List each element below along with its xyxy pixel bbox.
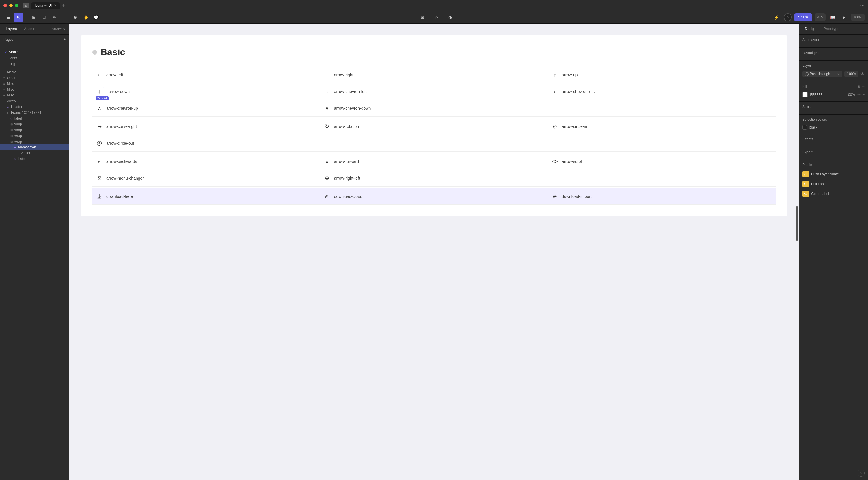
page-item-draft[interactable]: draft [0, 55, 69, 61]
layer-item-wrap-1[interactable]: ⊞ wrap [0, 121, 69, 127]
component-tool-button[interactable]: ⊕ [71, 13, 80, 22]
icon-cell-scroll[interactable]: <> arrow-scroll [548, 153, 776, 170]
layer-item-misc-3[interactable]: ≡ Misc [0, 92, 69, 98]
menu-tool-button[interactable]: ☰ [3, 13, 13, 22]
icon-cell-arrow-down[interactable]: ↓ 24 × 24 arrow-down [92, 84, 320, 100]
zoom-level[interactable]: 100% [851, 14, 865, 21]
plugin-pull-remove[interactable]: − [862, 181, 865, 186]
layer-item-misc-2[interactable]: ≡ Misc [0, 87, 69, 92]
icon-cell-download-cloud[interactable]: download-cloud [320, 188, 548, 205]
icon-cell-rotation[interactable]: ↻ arrow-rotation [320, 118, 548, 135]
stroke-filter-badge[interactable]: Stroke ∨ [52, 27, 66, 31]
layer-item-frame[interactable]: ⊞ Frame 1321317224 [0, 110, 69, 116]
selection-color-swatch[interactable] [802, 125, 807, 130]
minimize-traffic-light[interactable] [9, 4, 13, 7]
play-button[interactable]: ▶ [839, 13, 849, 22]
selection-color-item[interactable]: black [802, 124, 865, 131]
more-menu-icon[interactable]: ··· [860, 2, 865, 8]
layer-item-wrap-2[interactable]: ⊞ wrap [0, 127, 69, 133]
tab-prototype[interactable]: Prototype [820, 24, 843, 34]
layer-item-wrap-4[interactable]: ⊞ wrap [0, 139, 69, 144]
icon-cell-circle-out[interactable]: arrow-circle-out [92, 135, 320, 152]
icon-cell-chevron-left[interactable]: ‹ arrow-chevron-left [320, 84, 548, 100]
frame-title-dot [92, 50, 97, 55]
add-page-button[interactable]: + [64, 37, 66, 41]
home-icon[interactable]: ⌂ [23, 3, 29, 8]
layer-item-wrap-3[interactable]: ⊞ wrap [0, 133, 69, 139]
visibility-toggle-button[interactable]: 👁 [861, 71, 865, 76]
user-avatar[interactable]: Λ [784, 13, 792, 21]
hand-tool-button[interactable]: ✋ [81, 13, 90, 22]
shape-tool-button[interactable]: □ [39, 13, 49, 22]
plugin-push-remove[interactable]: − [862, 172, 865, 177]
icon-cell-forward[interactable]: » arrow-forward [320, 153, 548, 170]
page-item-fill[interactable]: Fill [0, 61, 69, 68]
tab-layers[interactable]: Layers [2, 24, 21, 34]
layer-item-arrow-down[interactable]: ✦ arrow-down [0, 144, 69, 150]
frame-tool-button[interactable]: ⊞ [29, 13, 38, 22]
add-layout-grid-button[interactable]: + [862, 51, 865, 55]
blend-mode-select[interactable]: ◯ Pass through ∨ [802, 71, 842, 77]
icon-cell-backwards[interactable]: « arrow-backwards [92, 153, 320, 170]
layer-item-label-component[interactable]: ◇ Label [0, 156, 69, 162]
icon-cell-chevron-down[interactable]: ∨ arrow-chevron-down [320, 100, 548, 117]
icon-cell-chevron-up[interactable]: ∧ arrow-chevron-up [92, 100, 320, 117]
plugin-item-goto[interactable]: 🏷 Go to Label − [802, 189, 865, 199]
icon-cell-menu-changer[interactable]: ⊠ arrow-menu-changer [92, 170, 320, 186]
add-stroke-button[interactable]: + [862, 104, 865, 109]
comment-tool-button[interactable]: 💬 [92, 13, 101, 22]
text-tool-button[interactable]: T [60, 13, 70, 22]
page-item-stroke[interactable]: ✓ Stroke [0, 49, 69, 55]
fill-opacity-value[interactable]: 100% [846, 93, 855, 97]
dotted-page-item[interactable]: · · · · · · · · · · · · · [0, 43, 69, 49]
pen-tool-button[interactable]: ✏ [50, 13, 59, 22]
maximize-traffic-light[interactable] [15, 4, 19, 7]
contrast-button[interactable]: ◑ [445, 13, 455, 22]
remove-fill-button[interactable]: − [863, 92, 865, 97]
grid-view-button[interactable]: ⊞ [418, 13, 427, 22]
layer-item-header[interactable]: ◇ Header [0, 104, 69, 110]
canvas-scrollbar[interactable] [796, 206, 798, 241]
new-tab-button[interactable]: + [62, 3, 65, 8]
layer-item-label[interactable]: ◇ label [0, 116, 69, 121]
icon-cell-arrow-up[interactable]: ↑ arrow-up [548, 67, 776, 83]
add-effect-button[interactable]: + [862, 137, 865, 142]
canvas-inner[interactable]: Basic ← arrow-left → arrow-right ↑ arrow… [69, 24, 799, 480]
icon-cell-circle-in[interactable]: ⊙ arrow-circle-in [548, 118, 776, 135]
tab-close-button[interactable]: ✕ [54, 4, 56, 7]
layer-item-vector[interactable]: ↓ Vector [0, 150, 69, 156]
icon-cell-download-here[interactable]: download-here [92, 188, 320, 205]
layer-item-other[interactable]: ≡ Other [0, 75, 69, 81]
fill-style-icon[interactable]: 〜 [857, 92, 861, 97]
icon-label: download-cloud [334, 194, 362, 199]
share-button[interactable]: Share [794, 13, 812, 21]
plugin-icon-button[interactable]: ⚡ [772, 13, 781, 22]
add-fill-button[interactable]: + [862, 84, 865, 89]
select-tool-button[interactable]: ↖ [14, 13, 23, 22]
layer-item-misc-1[interactable]: ≡ Misc [0, 81, 69, 87]
add-export-button[interactable]: + [862, 150, 865, 154]
fill-hex-value[interactable]: FFFFFF [810, 93, 844, 97]
active-tab[interactable]: Icons → UI ✕ [31, 2, 60, 9]
plugin-item-pull[interactable]: 🏷 Pull Label − [802, 179, 865, 189]
icon-cell-curve-right[interactable]: ↪ arrow-curve-right [92, 118, 320, 135]
tab-design[interactable]: Design [801, 24, 820, 34]
icon-cell-chevron-right[interactable]: › arrow-chevron-ri… [548, 84, 776, 100]
opacity-input[interactable]: 100% [844, 71, 858, 77]
diamond-button[interactable]: ◇ [432, 13, 441, 22]
tab-assets[interactable]: Assets [21, 24, 39, 34]
help-button[interactable]: ? [858, 470, 865, 477]
plugin-goto-remove[interactable]: − [862, 191, 865, 197]
embed-button[interactable]: </> [814, 13, 826, 21]
fill-color-swatch[interactable] [802, 92, 808, 97]
book-button[interactable]: 📖 [828, 13, 837, 22]
layer-item-media[interactable]: ≡ Media [0, 69, 69, 75]
icon-cell-right-left[interactable]: ⊚ arrow-right-left [320, 170, 548, 186]
plugin-item-push[interactable]: 🏷 Push Layer Name − [802, 169, 865, 179]
add-auto-layout-button[interactable]: + [862, 37, 865, 42]
icon-cell-download-import[interactable]: ⊕ download-import [548, 188, 776, 205]
close-traffic-light[interactable] [3, 4, 7, 7]
icon-cell-arrow-left[interactable]: ← arrow-left [92, 67, 320, 83]
icon-cell-arrow-right[interactable]: → arrow-right [320, 67, 548, 83]
layer-item-arrow[interactable]: ≡ Arrow [0, 98, 69, 104]
